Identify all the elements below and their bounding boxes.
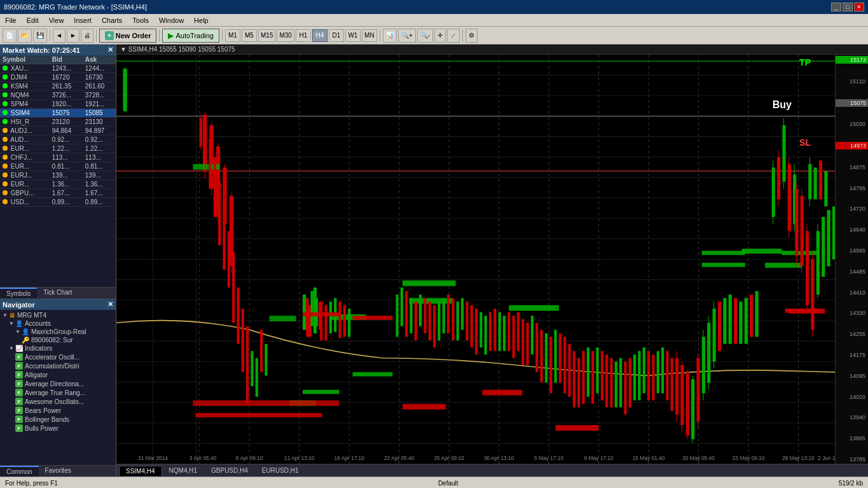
nav-tab-favorites[interactable]: Favorites	[39, 466, 78, 477]
svg-rect-166	[568, 344, 570, 397]
toolbar-back[interactable]: ◄	[53, 29, 65, 43]
toolbar-new[interactable]: 📄	[3, 29, 17, 43]
svg-rect-152	[503, 316, 506, 351]
title-text: 89006082: MRG Trader Network - [SSIM4,H4…	[4, 3, 147, 11]
nav-bollinger[interactable]: F Bollinger Bands	[0, 415, 116, 424]
nav-bulls-power[interactable]: F Bulls Power	[0, 424, 116, 433]
mw-symbol: USD...	[0, 198, 50, 207]
mw-ask: 16730	[83, 73, 116, 82]
nav-tab-common[interactable]: Common	[0, 466, 39, 477]
svg-rect-154	[513, 316, 515, 358]
tf-h4[interactable]: H4	[312, 29, 327, 42]
close-button[interactable]: ✕	[854, 3, 864, 11]
chart-tab-nqm4[interactable]: NQM4,H1	[162, 465, 204, 476]
menu-window[interactable]: Window	[154, 15, 189, 25]
mw-bid: 1920...	[50, 100, 83, 109]
chart-header: ▼ SSIM4,H4 15055 15090 15055 15075	[116, 45, 868, 55]
tab-tick-chart[interactable]: Tick Chart	[37, 288, 78, 298]
menu-insert[interactable]: Insert	[69, 15, 97, 25]
nav-accumulation[interactable]: F Accumulation/Distri	[0, 361, 116, 370]
svg-rect-171	[591, 351, 594, 404]
chart-tab-gbpusd[interactable]: GBPUSD,H4	[204, 465, 255, 476]
toolbar-zoom-in[interactable]: 🔍+	[398, 29, 416, 43]
svg-rect-102	[214, 157, 216, 217]
mw-bid: 1.67...	[50, 189, 83, 198]
autotrading-button[interactable]: ▶ AutoTrading	[162, 29, 219, 43]
chart-tab-eurusd[interactable]: EURUSD,H1	[255, 465, 306, 476]
tf-m5[interactable]: M5	[242, 29, 257, 42]
market-watch-close[interactable]: ✕	[107, 46, 113, 54]
menu-edit[interactable]: Edit	[22, 15, 44, 25]
svg-rect-133	[415, 302, 417, 340]
toolbar-fwd[interactable]: ►	[67, 29, 79, 43]
menu-view[interactable]: View	[44, 15, 69, 25]
tab-symbols[interactable]: Symbols	[0, 288, 37, 298]
mw-symbol: EUR...	[0, 144, 50, 153]
tf-w1[interactable]: W1	[345, 29, 361, 42]
menu-file[interactable]: File	[0, 15, 22, 25]
indicators-expand: ▼	[9, 345, 14, 351]
toolbar-chart-type[interactable]: 📊	[383, 29, 397, 43]
svg-rect-80	[819, 160, 822, 199]
sep6	[462, 29, 463, 42]
svg-rect-145	[471, 305, 473, 348]
svg-rect-118	[320, 302, 322, 340]
svg-rect-111	[256, 358, 258, 397]
nav-accelerator[interactable]: F Accelerator Oscill...	[0, 352, 116, 361]
tf-mn[interactable]: MN	[362, 29, 377, 42]
svg-rect-179	[629, 358, 631, 408]
nav-awesome[interactable]: F Awesome Oscillato...	[0, 397, 116, 406]
mw-bid: 0.89...	[50, 198, 83, 207]
sep2	[96, 29, 97, 42]
f-icon-adx: F	[15, 380, 23, 387]
menu-tools[interactable]: Tools	[127, 15, 154, 25]
toolbar-print[interactable]: 🖨	[81, 29, 93, 43]
menu-charts[interactable]: Charts	[97, 15, 127, 25]
nav-bears-power[interactable]: F Bears Power	[0, 406, 116, 415]
col-bid: Bid	[50, 55, 83, 64]
toolbar-open[interactable]: 📂	[18, 29, 32, 43]
toolbar-properties[interactable]: ⚙	[465, 29, 478, 43]
maximize-button[interactable]: □	[843, 3, 853, 11]
svg-rect-134	[419, 295, 422, 326]
nav-maxrich-label: MaxrichGroup-Real	[31, 328, 86, 335]
svg-rect-142	[457, 302, 459, 340]
nav-accounts[interactable]: ▼ 👤 Accounts	[0, 319, 116, 328]
nav-adx[interactable]: F Average Directiona...	[0, 379, 116, 388]
minimize-button[interactable]: _	[831, 3, 841, 11]
nav-account-detail[interactable]: 🔑 89006082: Sur	[0, 336, 116, 344]
nav-indicators[interactable]: ▼ 📈 Indicators	[0, 344, 116, 352]
svg-text:2 Jun 17:10: 2 Jun 17:10	[818, 455, 835, 461]
chart-main[interactable]: 31 Mar 2014 3 Apr 05:40 8 Apr 09:10 11 A…	[116, 55, 868, 464]
toolbar-zoom-out[interactable]: 🔍-	[417, 29, 433, 43]
tf-h1[interactable]: H1	[296, 29, 311, 42]
menu-help[interactable]: Help	[189, 15, 214, 25]
nav-alligator-label: Alligator	[25, 372, 48, 379]
nav-accounts-label: Accounts	[25, 320, 51, 327]
price-14640: 14640	[836, 227, 868, 233]
nav-bollinger-label: Bollinger Bands	[25, 416, 69, 423]
toolbar-crosshair[interactable]: ✛	[434, 29, 446, 43]
expand-icon: ▼	[3, 312, 8, 318]
nav-atr[interactable]: F Average True Rang...	[0, 388, 116, 397]
tf-m15[interactable]: M15	[258, 29, 275, 42]
svg-text:3 Apr 05:40: 3 Apr 05:40	[189, 455, 217, 461]
tf-d1[interactable]: D1	[329, 29, 344, 42]
toolbar-line[interactable]: ⟋	[447, 29, 460, 43]
chart-tab-ssim4[interactable]: SSIM4,H4	[119, 466, 162, 476]
sl-label: SL	[799, 137, 811, 148]
navigator-close[interactable]: ✕	[107, 300, 113, 309]
svg-rect-125	[303, 312, 340, 317]
toolbar-save[interactable]: 💾	[33, 29, 47, 43]
maxrich-icon: 👤	[22, 328, 29, 335]
nav-mrg-mt4[interactable]: ▼ 🖥 MRG MT4	[0, 311, 116, 319]
new-order-button[interactable]: + New Order	[99, 29, 157, 43]
tf-m30[interactable]: M30	[277, 29, 294, 42]
nav-alligator[interactable]: F Alligator	[0, 370, 116, 379]
svg-rect-105	[228, 231, 230, 288]
price-13865: 13865	[836, 435, 868, 442]
mw-bid: 0.81...	[50, 162, 83, 171]
accounts-expand: ▼	[9, 321, 14, 326]
tf-m1[interactable]: M1	[225, 29, 240, 42]
nav-maxrich[interactable]: ▼ 👤 MaxrichGroup-Real	[0, 328, 116, 336]
